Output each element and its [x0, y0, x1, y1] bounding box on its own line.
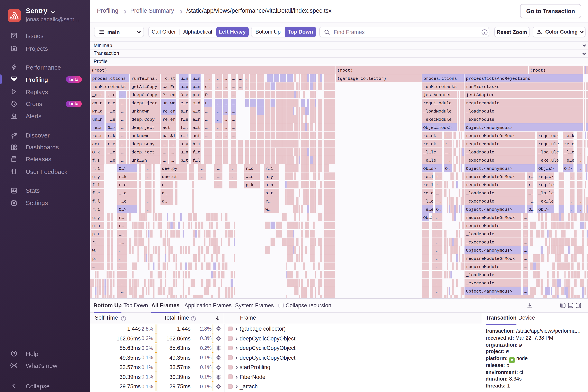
svg-text:b…1: b…1: [193, 142, 200, 146]
svg-text:re…l: re…l: [423, 183, 433, 188]
svg-text:P…: P…: [205, 93, 210, 98]
svg-text:…: …: [205, 109, 208, 114]
svg-text:deep…ject: deep…ject: [131, 126, 155, 130]
svg-text:u…y: u…y: [181, 142, 188, 146]
svg-text:r…1: r…1: [181, 134, 188, 138]
svg-text:_loadModule: _loadModule: [466, 232, 494, 236]
svg-text:u…n: u…n: [265, 183, 273, 188]
svg-text:p…e: p…e: [193, 93, 200, 98]
svg-text:proces…ctions: proces…ctions: [423, 76, 457, 81]
svg-text:…: …: [217, 109, 220, 114]
svg-text:_lo…le: _lo…le: [538, 191, 554, 196]
svg-text:O…: O…: [529, 207, 534, 212]
svg-text:…: …: [579, 134, 581, 138]
svg-text:_execModule: _execModule: [466, 281, 494, 286]
svg-text:_loa…ule: _loa…ule: [538, 150, 559, 155]
svg-text:…: …: [171, 158, 174, 163]
svg-text:u…e: u…e: [181, 84, 188, 89]
svg-text:re…e: re…e: [564, 142, 574, 146]
svg-text:…: …: [239, 76, 242, 81]
svg-text:jestAdapter: jestAdapter: [466, 93, 494, 98]
svg-text:…: …: [225, 126, 227, 130]
svg-text:_ex…le: _ex…le: [538, 199, 554, 204]
svg-text:requireModuleOrMock: requireModuleOrMock: [466, 216, 515, 220]
svg-text:f…s: f…s: [92, 158, 100, 163]
svg-text:unknown: unknown: [131, 109, 149, 114]
svg-text:_e…e: _e…e: [423, 207, 433, 212]
svg-text:…: …: [121, 117, 124, 122]
svg-text:…: …: [225, 134, 227, 138]
svg-text:(garbage collector): (garbage collector): [337, 76, 386, 81]
svg-text:…: …: [524, 264, 527, 269]
svg-text:runMicrotasks: runMicrotasks: [92, 84, 126, 89]
svg-text:req…le: req…le: [538, 183, 554, 188]
svg-text:runMicrotasks: runMicrotasks: [466, 84, 500, 89]
svg-text:requireModule: requireModule: [466, 101, 500, 106]
svg-text:…: …: [232, 101, 235, 106]
svg-text:_loadModule: _loadModule: [466, 273, 494, 278]
svg-text:Object.<anonymous>: Object.<anonymous>: [466, 248, 512, 253]
svg-text:…: …: [217, 126, 220, 130]
svg-text:r…e: r…e: [108, 101, 115, 106]
svg-text:…: …: [92, 264, 95, 269]
svg-text:_execModule: _execModule: [466, 117, 494, 122]
svg-text:…: …: [524, 273, 527, 278]
svg-text:act: act: [193, 134, 200, 138]
svg-text:f…l: f…l: [92, 199, 100, 204]
svg-text:r…: r…: [445, 142, 450, 146]
svg-text:…: …: [232, 183, 235, 188]
svg-text:Ob…>: Ob…>: [538, 207, 549, 212]
svg-text:_loadModule: _loadModule: [423, 109, 452, 114]
svg-text:…: …: [579, 199, 581, 204]
svg-text:…: …: [217, 76, 220, 81]
svg-text:_e…e: _e…e: [564, 158, 574, 163]
svg-text:ca…n: ca…n: [92, 101, 102, 106]
svg-text:…: …: [147, 183, 149, 188]
svg-text:w…: w…: [265, 207, 271, 212]
svg-text:requireModuleOrMock: requireModuleOrMock: [466, 256, 515, 261]
svg-text:u…: u…: [205, 101, 210, 106]
svg-text:…: …: [232, 134, 235, 138]
svg-text:0…>: 0…>: [108, 126, 115, 130]
svg-text:_e…le: _e…le: [423, 158, 436, 163]
svg-text:r…c: r…c: [246, 166, 254, 171]
svg-text:…: …: [239, 84, 242, 89]
svg-text:…: …: [436, 224, 439, 228]
svg-text:…: …: [225, 117, 227, 122]
svg-text:re…er: re…er: [163, 109, 175, 114]
svg-text:_exe…ule: _exe…ule: [538, 158, 559, 163]
svg-text:_…: _…: [119, 232, 124, 236]
svg-text:0…>: 0…>: [119, 166, 127, 171]
svg-text:requireModule: requireModule: [466, 224, 500, 228]
svg-text:_…e: _…e: [119, 199, 127, 204]
svg-text:f…e: f…e: [181, 117, 188, 122]
svg-text:…: …: [524, 240, 527, 245]
svg-text:…: …: [232, 166, 235, 171]
svg-text:…: …: [524, 256, 527, 261]
svg-text:…: …: [232, 117, 235, 122]
svg-text:a…r: a…r: [193, 117, 200, 122]
svg-text:r…k: r…k: [108, 134, 115, 138]
svg-text:p…t: p…t: [92, 232, 100, 236]
svg-text:…: …: [201, 166, 204, 171]
svg-text:…: …: [232, 174, 235, 179]
svg-text:…: …: [163, 142, 166, 146]
svg-text:Object.<anonymous>: Object.<anonymous>: [466, 207, 512, 212]
svg-text:…: …: [121, 289, 124, 294]
svg-text:…: …: [217, 101, 220, 106]
svg-text:r…: r…: [445, 134, 450, 138]
svg-text:r…: r…: [529, 183, 534, 188]
svg-text:runTe…rnal: runTe…rnal: [131, 76, 157, 81]
svg-text:…: …: [524, 224, 527, 228]
svg-text:…: …: [232, 109, 235, 114]
svg-text:ca…Fn: ca…Fn: [163, 84, 175, 89]
svg-text:j…r: j…r: [108, 93, 115, 98]
svg-text:dee…py: dee…py: [162, 166, 177, 171]
svg-text:deepC…ject: deepC…ject: [131, 101, 157, 106]
svg-text:…: …: [436, 240, 439, 245]
svg-text:r…k: r…k: [119, 174, 127, 179]
svg-text:…: …: [524, 232, 527, 236]
svg-text:e…e: e…e: [181, 101, 188, 106]
svg-text:requireModule: requireModule: [466, 264, 500, 269]
svg-text:…: …: [246, 101, 248, 106]
